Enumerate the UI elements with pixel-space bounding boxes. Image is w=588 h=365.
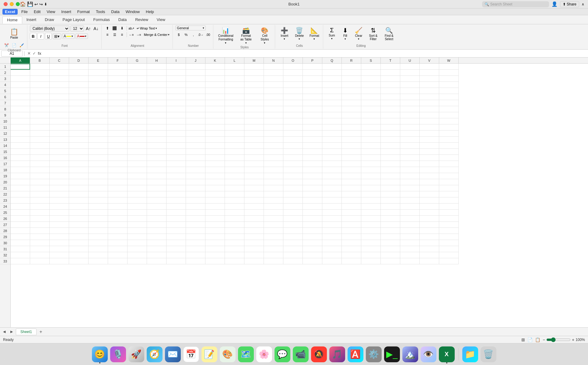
cell-K21[interactable] [205, 185, 225, 191]
cell-P33[interactable] [303, 258, 322, 264]
dock-music[interactable]: 🎵 [329, 346, 345, 362]
cell-K18[interactable] [205, 167, 225, 173]
cell-R9[interactable] [342, 112, 361, 118]
cell-T15[interactable] [381, 149, 400, 155]
cell-D30[interactable] [69, 240, 89, 246]
cell-P3[interactable] [303, 76, 322, 82]
cell-Q29[interactable] [322, 234, 342, 240]
cell-W30[interactable] [439, 240, 459, 246]
cell-A26[interactable] [11, 216, 30, 222]
cell-J25[interactable] [186, 210, 205, 216]
cell-U24[interactable] [400, 203, 420, 210]
cell-R26[interactable] [342, 216, 361, 222]
cell-V33[interactable] [420, 258, 439, 264]
cell-N20[interactable] [264, 179, 283, 185]
cell-F15[interactable] [108, 149, 128, 155]
cell-I21[interactable] [166, 185, 186, 191]
col-header-N[interactable]: N [264, 57, 283, 63]
row-num-17[interactable]: 17 [0, 161, 10, 167]
cell-O28[interactable] [283, 228, 303, 234]
cell-O10[interactable] [283, 118, 303, 124]
delete-dropdown-icon[interactable]: ▾ [299, 37, 300, 40]
cell-S9[interactable] [361, 112, 381, 118]
cell-N16[interactable] [264, 155, 283, 161]
cell-G18[interactable] [128, 167, 147, 173]
cell-Q30[interactable] [322, 240, 342, 246]
cell-D10[interactable] [69, 118, 89, 124]
cell-A4[interactable] [11, 82, 30, 88]
dock-safari[interactable]: 🧭 [147, 346, 163, 362]
cell-Q16[interactable] [322, 155, 342, 161]
row-num-27[interactable]: 27 [0, 222, 10, 228]
cell-U29[interactable] [400, 234, 420, 240]
cell-C19[interactable] [50, 173, 69, 179]
cell-F10[interactable] [108, 118, 128, 124]
fill-button[interactable]: ⬇ Fill ▾ [339, 26, 351, 42]
cell-J18[interactable] [186, 167, 205, 173]
clear-dropdown-icon[interactable]: ▾ [358, 37, 359, 40]
cell-I27[interactable] [166, 222, 186, 228]
cell-C30[interactable] [50, 240, 69, 246]
cell-D11[interactable] [69, 124, 89, 130]
cell-D7[interactable] [69, 100, 89, 106]
cell-T7[interactable] [381, 100, 400, 106]
cell-U1[interactable] [400, 64, 420, 70]
col-header-U[interactable]: U [400, 57, 420, 63]
cell-O17[interactable] [283, 161, 303, 167]
cell-T9[interactable] [381, 112, 400, 118]
cell-F5[interactable] [108, 88, 128, 94]
row-num-18[interactable]: 18 [0, 167, 10, 173]
cell-E2[interactable] [89, 70, 108, 76]
cell-V16[interactable] [420, 155, 439, 161]
cell-V13[interactable] [420, 137, 439, 143]
row-num-3[interactable]: 3 [0, 76, 10, 82]
cell-T19[interactable] [381, 173, 400, 179]
cell-V27[interactable] [420, 222, 439, 228]
cell-J7[interactable] [186, 100, 205, 106]
cell-V26[interactable] [420, 216, 439, 222]
cell-W26[interactable] [439, 216, 459, 222]
cell-K10[interactable] [205, 118, 225, 124]
cell-G31[interactable] [128, 246, 147, 252]
cell-T18[interactable] [381, 167, 400, 173]
cell-R8[interactable] [342, 106, 361, 112]
col-header-B[interactable]: B [30, 57, 50, 63]
cell-K23[interactable] [205, 197, 225, 203]
cell-M4[interactable] [244, 82, 264, 88]
cell-J14[interactable] [186, 143, 205, 149]
increase-decimal-button[interactable]: .00 [205, 32, 211, 37]
cell-K1[interactable] [205, 64, 225, 70]
row-num-19[interactable]: 19 [0, 173, 10, 179]
cell-G13[interactable] [128, 137, 147, 143]
col-header-E[interactable]: E [89, 57, 108, 63]
cell-I24[interactable] [166, 203, 186, 210]
cell-Q13[interactable] [322, 137, 342, 143]
cell-F31[interactable] [108, 246, 128, 252]
cell-U8[interactable] [400, 106, 420, 112]
cell-J23[interactable] [186, 197, 205, 203]
cell-I14[interactable] [166, 143, 186, 149]
cell-R23[interactable] [342, 197, 361, 203]
cell-G5[interactable] [128, 88, 147, 94]
cell-K27[interactable] [205, 222, 225, 228]
cell-F14[interactable] [108, 143, 128, 149]
cell-C7[interactable] [50, 100, 69, 106]
cell-J29[interactable] [186, 234, 205, 240]
cell-L23[interactable] [225, 197, 244, 203]
cell-O20[interactable] [283, 179, 303, 185]
cell-A31[interactable] [11, 246, 30, 252]
cell-C28[interactable] [50, 228, 69, 234]
cell-H18[interactable] [147, 167, 166, 173]
cell-M16[interactable] [244, 155, 264, 161]
cell-V21[interactable] [420, 185, 439, 191]
cell-W12[interactable] [439, 130, 459, 137]
cell-B4[interactable] [30, 82, 50, 88]
menu-view[interactable]: View [44, 9, 58, 15]
cell-F1[interactable] [108, 64, 128, 70]
tab-insert[interactable]: Insert [22, 16, 41, 23]
cell-N5[interactable] [264, 88, 283, 94]
cell-I3[interactable] [166, 76, 186, 82]
cell-T2[interactable] [381, 70, 400, 76]
cell-W6[interactable] [439, 94, 459, 100]
cell-L16[interactable] [225, 155, 244, 161]
